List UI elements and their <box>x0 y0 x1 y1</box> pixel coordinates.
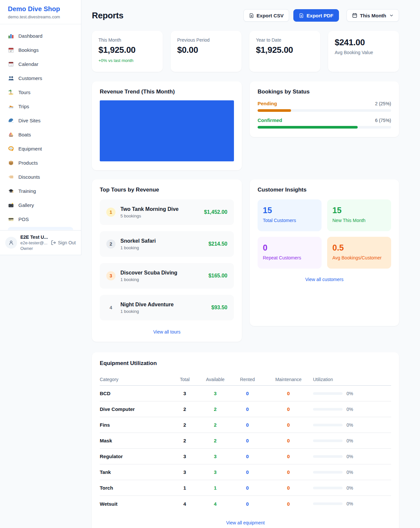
sidebar-item-pos[interactable]: POS <box>4 212 77 226</box>
tour-amount: $93.50 <box>211 305 227 311</box>
user-footer: E2E Test U... e2e-tester@... Owner Sign … <box>0 230 81 255</box>
table-header-row: Category Total Available Rented Maintena… <box>100 373 391 386</box>
tour-bookings: 1 booking <box>120 309 206 314</box>
col-rented: Rented <box>231 377 264 382</box>
col-total: Total <box>170 377 200 382</box>
credit-card-icon <box>8 216 14 222</box>
stat-label: This Month <box>98 37 156 43</box>
speedboat-icon <box>8 104 14 110</box>
rank-badge: 1 <box>106 208 116 217</box>
cell-utilization: 0% <box>313 485 391 491</box>
sidebar-item-gallery[interactable]: Gallery <box>4 198 77 212</box>
insight-label: New This Month <box>332 218 386 223</box>
tour-row[interactable]: 2 Snorkel Safari1 booking $214.50 <box>100 231 234 257</box>
sidebar: Demo Dive Shop demo.test.divestreams.com… <box>0 0 81 255</box>
sidebar-item-label: POS <box>18 216 29 222</box>
sidebar-item-equipment[interactable]: Equipment <box>4 142 77 156</box>
progress-fill <box>258 109 291 112</box>
equipment-title: Equipment Utilization <box>100 360 391 367</box>
view-all-equipment-link[interactable]: View all equipment <box>100 520 391 525</box>
cell-rented: 0 <box>231 485 264 491</box>
sidebar-item-label: Training <box>18 188 36 194</box>
cell-category: Fins <box>100 422 170 428</box>
cell-total: 2 <box>170 422 200 428</box>
stat-value: $241.00 <box>335 37 392 48</box>
sign-out-button[interactable]: Sign Out <box>51 240 76 245</box>
sidebar-nav: Dashboard 17 Bookings Calendar Customers… <box>0 24 81 230</box>
sidebar-item-label: Customers <box>18 75 42 81</box>
progress-track <box>258 126 391 129</box>
cell-maintenance: 0 <box>264 422 313 428</box>
tour-name: Snorkel Safari <box>120 238 156 244</box>
sidebar-item-boats[interactable]: Boats <box>4 128 77 142</box>
tag-icon <box>8 174 14 180</box>
stat-label: Avg Booking Value <box>335 50 392 55</box>
sidebar-item-customers[interactable]: Customers <box>4 71 77 85</box>
period-dropdown[interactable]: This Month <box>346 9 399 22</box>
sidebar-item-bookings[interactable]: 17 Bookings <box>4 43 77 57</box>
sidebar-item-products[interactable]: Products <box>4 156 77 170</box>
sidebar-item-trips[interactable]: Trips <box>4 99 77 113</box>
export-pdf-button[interactable]: Export PDF <box>293 9 339 22</box>
tour-row[interactable]: 4 Night Dive Adventure1 booking $93.50 <box>100 295 234 320</box>
cell-available: 4 <box>200 501 231 507</box>
sidebar-item-tours[interactable]: Tours <box>4 85 77 99</box>
cell-category: Regulator <box>100 454 170 459</box>
revenue-trend-chart <box>100 100 234 161</box>
sidebar-item-calendar[interactable]: Calendar <box>4 57 77 71</box>
cell-utilization: 0% <box>313 438 391 443</box>
tour-amount: $165.00 <box>208 273 227 279</box>
customer-insights-title: Customer Insights <box>258 187 391 193</box>
col-maintenance: Maintenance <box>264 377 313 382</box>
tour-row[interactable]: 3 Discover Scuba Diving1 booking $165.00 <box>100 263 234 289</box>
status-label: Pending <box>258 101 277 106</box>
rank-badge: 4 <box>106 303 116 312</box>
cell-rented: 0 <box>231 438 264 443</box>
user-meta: E2E Test U... e2e-tester@... Owner <box>20 234 48 251</box>
cell-category: Wetsuit <box>100 501 170 507</box>
sidebar-item-reports-partial[interactable] <box>8 227 73 230</box>
view-all-customers-link[interactable]: View all customers <box>258 277 391 282</box>
sidebar-item-discounts[interactable]: Discounts <box>4 170 77 184</box>
user-name: E2E Test U... <box>20 234 48 240</box>
revenue-trend-title: Revenue Trend (This Month) <box>100 89 234 95</box>
cell-available: 3 <box>200 469 231 475</box>
stat-card-year-to-date: Year to Date $1,925.00 <box>249 31 320 72</box>
status-row-confirmed: Confirmed 6 (75%) <box>258 117 391 129</box>
insight-label: Total Customers <box>263 218 316 223</box>
col-utilization: Utilization <box>313 377 391 382</box>
page-title: Reports <box>92 10 123 21</box>
export-csv-button[interactable]: Export CSV <box>243 9 289 22</box>
insight-value: 0 <box>263 243 316 253</box>
sidebar-item-dive-sites[interactable]: Dive Sites <box>4 113 77 128</box>
cell-utilization: 0% <box>313 391 391 396</box>
package-icon <box>8 160 14 166</box>
progress-track <box>258 109 391 112</box>
tour-name: Discover Scuba Diving <box>120 270 177 275</box>
cell-category: Tank <box>100 469 170 475</box>
bookings-status-card: Bookings by Status Pending 2 (25%) Confi… <box>250 81 399 137</box>
user-role: Owner <box>20 246 48 251</box>
main-content: Reports Export CSV Export PDF This Month… <box>81 0 420 528</box>
cell-rented: 0 <box>231 422 264 428</box>
sailboat-icon <box>8 132 14 138</box>
sidebar-item-dashboard[interactable]: Dashboard <box>4 29 77 43</box>
sidebar-item-training[interactable]: Training <box>4 184 77 198</box>
cell-available: 2 <box>200 422 231 428</box>
status-label: Confirmed <box>258 117 282 123</box>
cell-rented: 0 <box>231 501 264 507</box>
camera-icon <box>8 202 14 208</box>
person-icon <box>8 240 14 246</box>
tour-row[interactable]: 1 Two Tank Morning Dive5 bookings $1,452… <box>100 199 234 225</box>
cell-available: 2 <box>200 406 231 412</box>
calendar-pad-icon <box>8 61 14 67</box>
cell-rented: 0 <box>231 391 264 396</box>
insight-avg-bookings: 0.5 Avg Bookings/Customer <box>327 237 391 269</box>
cell-total: 3 <box>170 454 200 459</box>
cell-maintenance: 0 <box>264 391 313 396</box>
stat-card-previous-period: Previous Period $0.00 <box>171 31 242 72</box>
view-all-tours-link[interactable]: View all tours <box>100 329 234 335</box>
tour-name: Two Tank Morning Dive <box>120 206 178 212</box>
sidebar-item-label: Boats <box>18 132 31 137</box>
export-pdf-label: Export PDF <box>306 13 333 18</box>
